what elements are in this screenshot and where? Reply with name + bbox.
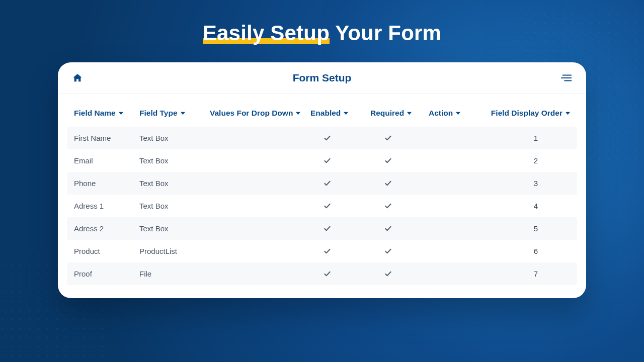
col-header-label: Values For Drop Down (210, 109, 293, 118)
col-header-field-name[interactable]: Field Name (74, 109, 139, 118)
cell-field-type: Text Box (139, 134, 210, 142)
check-icon (324, 225, 331, 232)
check-icon (384, 157, 392, 164)
check-icon (324, 179, 331, 187)
cell-display-order: 7 (476, 269, 572, 278)
table-row: ProductProductList6 (67, 240, 577, 262)
cell-field-type: File (139, 269, 210, 278)
table-row: PhoneText Box3 (67, 172, 577, 195)
col-header-required[interactable]: Required (368, 109, 429, 118)
cell-field-name: Email (74, 156, 139, 165)
table-row: ProofFile7 (67, 262, 577, 285)
table-row: Adress 2Text Box5 (67, 217, 577, 240)
check-icon (324, 157, 331, 164)
col-header-field-type[interactable]: Field Type (139, 109, 210, 118)
col-header-label: Field Display Order (491, 109, 562, 118)
col-header-enabled[interactable]: Enabled (310, 109, 368, 118)
check-icon (384, 134, 392, 142)
cell-required (368, 247, 429, 255)
hero-highlight: Easily Setup (203, 21, 330, 45)
caret-down-icon (119, 111, 123, 116)
col-header-display-order[interactable]: Field Display Order (476, 109, 572, 118)
check-icon (324, 270, 331, 278)
check-icon (384, 179, 392, 187)
cell-enabled (310, 179, 368, 187)
caret-down-icon (566, 111, 570, 116)
table-row: First NameText Box1 (67, 127, 577, 149)
col-header-label: Required (370, 109, 404, 118)
check-icon (324, 247, 331, 255)
check-icon (384, 202, 392, 210)
cell-required (368, 270, 429, 278)
caret-down-icon (456, 111, 460, 116)
col-header-values[interactable]: Values For Drop Down (210, 109, 310, 118)
fields-table: Field Name Field Type Values For Drop Do… (58, 94, 586, 298)
hero-rest: Your Form (330, 21, 441, 45)
home-icon[interactable] (72, 72, 83, 83)
table-row: EmailText Box2 (67, 149, 577, 172)
cell-display-order: 1 (476, 134, 572, 142)
check-icon (324, 134, 331, 142)
table-body: First NameText Box1EmailText Box2PhoneTe… (67, 127, 577, 285)
cell-field-name: Phone (74, 179, 139, 188)
form-setup-panel: Form Setup Field Name Field Type Values … (58, 62, 586, 298)
cell-field-type: Text Box (139, 179, 210, 188)
check-icon (384, 247, 392, 255)
table-header-row: Field Name Field Type Values For Drop Do… (67, 98, 577, 127)
cell-field-name: Adress 1 (74, 202, 139, 210)
cell-field-type: Text Box (139, 202, 210, 210)
col-header-label: Field Type (139, 109, 178, 118)
col-header-label: Field Name (74, 109, 116, 118)
cell-required (368, 202, 429, 210)
cell-field-type: ProductList (139, 247, 210, 255)
cell-enabled (310, 247, 368, 255)
panel-title: Form Setup (293, 72, 352, 84)
cell-field-name: Product (74, 247, 139, 255)
cell-required (368, 157, 429, 164)
cell-display-order: 5 (476, 224, 572, 233)
cell-display-order: 6 (476, 247, 572, 255)
col-header-label: Enabled (310, 109, 341, 118)
cell-enabled (310, 134, 368, 142)
check-icon (384, 270, 392, 278)
panel-header: Form Setup (58, 62, 586, 94)
cell-enabled (310, 202, 368, 210)
cell-enabled (310, 157, 368, 164)
cell-display-order: 2 (476, 156, 572, 165)
caret-down-icon (407, 111, 412, 116)
menu-icon[interactable] (561, 74, 572, 82)
cell-display-order: 3 (476, 179, 572, 188)
cell-field-type: Text Box (139, 156, 210, 165)
col-header-action[interactable]: Action (429, 109, 476, 118)
col-header-label: Action (429, 109, 453, 118)
cell-display-order: 4 (476, 202, 572, 210)
caret-down-icon (181, 111, 185, 116)
check-icon (384, 225, 392, 232)
cell-required (368, 179, 429, 187)
table-row: Adress 1Text Box4 (67, 195, 577, 217)
cell-enabled (310, 270, 368, 278)
caret-down-icon (344, 111, 348, 116)
cell-field-type: Text Box (139, 224, 210, 233)
cell-required (368, 134, 429, 142)
cell-required (368, 225, 429, 232)
hero-title: Easily Setup Your Form (203, 21, 441, 45)
check-icon (324, 202, 331, 210)
cell-field-name: Proof (74, 269, 139, 278)
caret-down-icon (296, 111, 300, 116)
cell-enabled (310, 225, 368, 232)
cell-field-name: Adress 2 (74, 224, 139, 233)
cell-field-name: First Name (74, 134, 139, 142)
